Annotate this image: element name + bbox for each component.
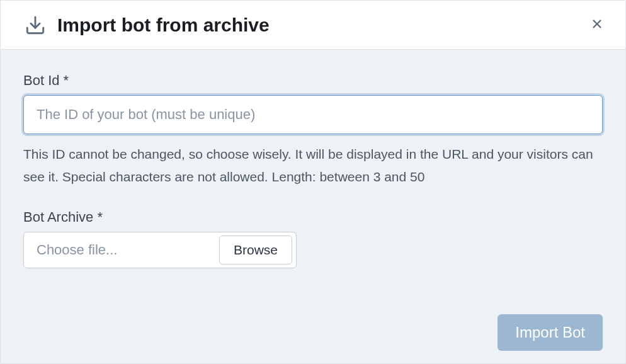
close-icon [590,17,604,33]
bot-archive-group: Bot Archive * Choose file... Browse [23,209,603,268]
import-bot-button[interactable]: Import Bot [498,314,603,351]
bot-archive-label: Bot Archive * [23,209,603,225]
modal-title: Import bot from archive [57,14,270,36]
bot-id-help: This ID cannot be changed, so choose wis… [23,143,603,188]
bot-id-label: Bot Id * [23,72,603,89]
close-button[interactable] [586,13,608,37]
bot-id-group: Bot Id * This ID cannot be changed, so c… [23,72,603,188]
modal-body: Bot Id * This ID cannot be changed, so c… [1,50,625,363]
import-bot-modal: Import bot from archive Bot Id * This ID… [0,0,626,364]
file-placeholder: Choose file... [24,242,219,258]
import-icon [25,14,46,36]
bot-id-input[interactable] [23,95,603,134]
file-picker[interactable]: Choose file... Browse [23,232,297,268]
modal-header: Import bot from archive [1,1,625,50]
header-left: Import bot from archive [25,14,270,36]
modal-footer: Import Bot [23,302,603,351]
browse-button[interactable]: Browse [219,236,292,264]
